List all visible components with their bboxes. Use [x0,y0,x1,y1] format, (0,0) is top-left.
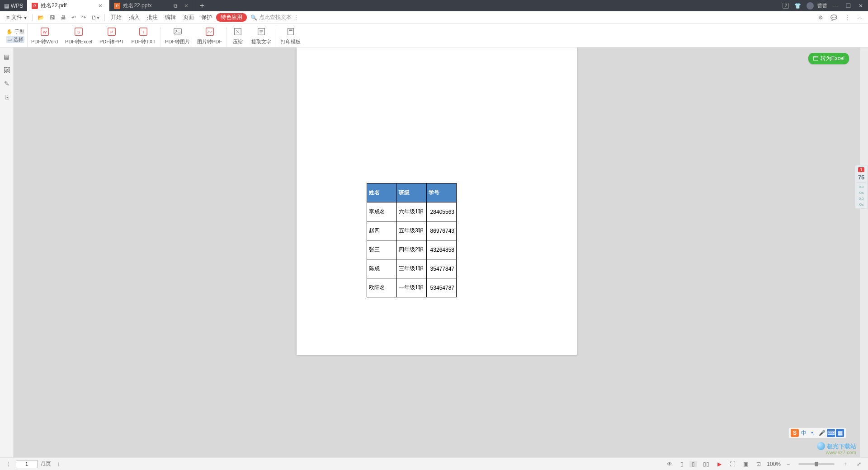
user-name[interactable]: 蕾蕾 [817,2,827,9]
zoom-slider[interactable] [798,463,835,465]
speed-widget[interactable]: 1 75 0.0 K/s 0.0 K/s [855,165,868,209]
pdf-to-txt-label: PDF转TXT [131,38,156,45]
extract-text-button[interactable]: 提取文字 [248,24,275,47]
menu-start[interactable]: 开始 [108,14,125,21]
save-icon[interactable]: 🖫 [47,14,57,21]
zoom-in-button[interactable]: ＋ [841,460,851,468]
settings-icon[interactable]: ⚙ [816,14,825,21]
file-menu[interactable]: ≡ 文件 ▾ [4,14,29,21]
wps-logo[interactable]: ▤ WPS [0,0,27,11]
pdf-to-word-label: PDF转Word [31,38,58,45]
menu-protect[interactable]: 保护 [198,14,215,21]
print-icon[interactable]: 🖶 [58,14,68,21]
avatar[interactable] [807,2,814,9]
pdf-to-ppt-button[interactable]: P PDF转PPT [96,24,127,47]
page-input[interactable] [16,460,38,468]
hand-mode[interactable]: ✋手型 [6,28,24,35]
ime-punct-icon[interactable]: •, [809,429,817,437]
zoom-out-button[interactable]: − [784,461,792,467]
svg-text:P: P [110,30,113,34]
duplicate-icon[interactable]: ⧉ [172,3,179,9]
play-icon[interactable]: ▶ [715,461,724,467]
maximize-button[interactable]: ❐ [844,3,853,9]
word-icon: W [38,26,51,37]
menu-edit[interactable]: 编辑 [162,14,179,21]
cursor-icon: ▭ [7,37,12,42]
image-to-pdf-button[interactable]: 图片转PDF [193,24,226,47]
pdf-to-txt-button[interactable]: T PDF转TXT [127,24,159,47]
tab-inactive[interactable]: P 姓名22.pptx ⧉ ✕ [109,0,195,11]
table-row: 张三四年级2班43264858 [367,240,457,259]
svg-rect-13 [288,28,294,35]
close-button[interactable]: ✕ [856,3,865,9]
header-name: 姓名 [367,183,397,202]
menu-insert[interactable]: 插入 [126,14,143,21]
single-page-icon[interactable]: ▯ [678,461,686,467]
compress-icon [231,26,244,37]
minimize-button[interactable]: — [831,3,840,9]
fullscreen-icon[interactable]: ⤢ [854,461,863,467]
speed-badge: 1 [858,167,864,172]
sogou-logo-icon[interactable]: S [791,429,799,437]
ime-mic-icon[interactable]: 🎤 [818,429,826,437]
wps-logo-text: WPS [11,3,23,9]
prev-page-button[interactable]: ⟨ [5,461,12,467]
table-row: 陈成三年级1班35477847 [367,259,457,278]
apparel-icon[interactable]: 👕 [793,3,803,9]
undo-icon[interactable]: ↶ [69,14,78,21]
extract-icon [255,26,268,37]
table-row: 赵四五年级3班86976743 [367,221,457,240]
menu-special[interactable]: 特色应用 [216,13,247,22]
page-total: /1页 [41,460,51,468]
menu-annotate[interactable]: 批注 [144,14,161,21]
fit-width-icon[interactable]: ⛶ [727,461,737,467]
hand-label: 手型 [14,28,24,35]
canvas[interactable]: 姓名 班级 学号 李成名六年级1班28405563 赵四五年级3班8697674… [14,47,860,457]
feedback-icon[interactable]: 💬 [829,14,839,21]
ime-toolbox-icon[interactable]: ▦ [836,429,844,437]
redo-icon[interactable]: ↷ [79,14,88,21]
pdf-to-image-button[interactable]: PDF转图片 [161,24,193,47]
txt-icon: T [137,26,150,37]
close-icon[interactable]: ✕ [96,3,104,9]
print-template-button[interactable]: 打印模板 [277,24,304,47]
convert-excel-button[interactable]: 🗔 转为Excel [808,53,849,64]
pdf-to-excel-label: PDF转Excel [65,38,92,45]
pdf-to-excel-button[interactable]: S PDF转Excel [61,24,96,47]
select-mode[interactable]: ▭选择 [6,36,24,43]
bookmark-icon[interactable]: ✎ [4,80,9,87]
ime-keyboard-icon[interactable]: ⌨ [827,429,835,437]
actual-size-icon[interactable]: ⊡ [754,461,763,467]
new-tab-button[interactable]: ＋ [195,0,209,11]
export-icon[interactable]: 🗋▾ [89,14,102,21]
attachment-icon[interactable]: ⎘ [5,94,9,101]
eye-icon[interactable]: 👁 [665,461,675,467]
watermark-brand: 极光下载站 [827,443,856,450]
outline-icon[interactable]: ▤ [4,53,9,60]
scrollbar[interactable] [860,47,868,457]
next-page-button[interactable]: ⟩ [55,461,62,467]
more-menu-icon[interactable]: ⋮ [843,14,852,21]
search-box[interactable]: 🔍 点此查找文本 ⋮ [250,14,299,21]
close-icon[interactable]: ✕ [182,3,190,9]
compress-label: 压缩 [233,38,243,45]
ime-zh[interactable]: 中 [800,429,808,437]
open-icon[interactable]: 📂 [35,14,47,21]
thumbnail-icon[interactable]: 🖼 [4,66,10,74]
two-page-icon[interactable]: ▯▯ [701,461,712,467]
ime-bar[interactable]: S 中 •, 🎤 ⌨ ▦ [788,428,846,438]
compress-button[interactable]: 压缩 [228,24,248,47]
speed-up-rate: 0.0 [859,185,863,189]
pdf-to-word-button[interactable]: W PDF转Word [28,24,61,47]
collapse-ribbon-icon[interactable]: ︿ [855,14,864,21]
fit-page-icon[interactable]: ▣ [741,461,750,467]
image-in-icon [203,26,216,37]
menu-page[interactable]: 页面 [180,14,197,21]
notification-badge[interactable]: 2 [783,3,789,9]
image-to-pdf-label: 图片转PDF [197,38,222,45]
excel-badge-icon: 🗔 [813,56,818,62]
table-row: 李成名六年级1班28405563 [367,202,457,221]
image-out-icon [171,26,184,37]
continuous-icon[interactable]: ▯ [689,461,697,467]
tab-active[interactable]: P 姓名22.pdf ✕ [27,0,109,11]
